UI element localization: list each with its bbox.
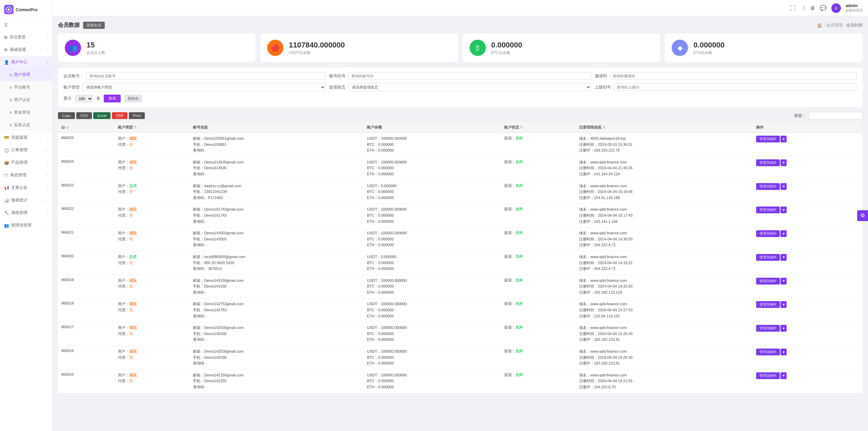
admin-action-dropdown[interactable]: ▼ <box>781 207 787 213</box>
cell-id: 866020 <box>58 251 115 275</box>
admin-action-dropdown[interactable]: ▼ <box>781 325 787 332</box>
sidebar-item-label: 平台账号 <box>14 84 30 90</box>
admin-action-dropdown[interactable]: ▼ <box>781 230 787 237</box>
sidebar-item-platform-account[interactable]: ≡ 平台账号 <box>0 81 52 94</box>
sidebar-item-label: 基础设置 <box>10 47 26 53</box>
sidebar-item-user-center[interactable]: 👤 用户中心 ∨ <box>0 56 52 68</box>
admin-action-dropdown[interactable]: ▼ <box>781 183 787 190</box>
show-count-select[interactable]: 100 50 25 <box>75 95 93 102</box>
theme-icon[interactable]: ☽ <box>800 5 805 11</box>
col-id: ID ⇅ <box>58 122 115 133</box>
table-search-input[interactable] <box>808 112 863 119</box>
cell-action: 管理员操作 ▼ <box>753 369 863 393</box>
cell-action: 管理员操作 ▼ <box>753 251 863 275</box>
user-management-icon: ≡ <box>9 73 12 77</box>
message-icon[interactable]: 💬 <box>820 5 827 11</box>
sort-icon[interactable]: ⇅ <box>134 125 137 129</box>
sidebar-item-basic-settings[interactable]: ⚙ 基础设置 › <box>0 43 52 56</box>
cell-id: 866019 <box>58 275 115 298</box>
monitor-icon[interactable]: 🖥 <box>810 5 815 11</box>
print-button[interactable]: Print <box>129 112 145 119</box>
cell-balance: USDT：100000.000000 BTC：0.000000 ETH：0.00… <box>363 133 501 157</box>
sidebar-item-product-manage[interactable]: 📦 产品管理 › <box>0 156 52 169</box>
cell-account-type: 用户：试玩 代理：否 <box>115 275 190 298</box>
eth-icon: ◆ <box>672 40 688 56</box>
superior-id-input[interactable] <box>614 83 857 91</box>
sidebar-item-real-name[interactable]: ≡ 实名认证 <box>0 119 52 131</box>
add-member-button[interactable]: 添加会员 <box>83 22 105 29</box>
stat-info-members: 15 会员总人数 <box>86 41 105 55</box>
admin-action-dropdown[interactable]: ▼ <box>781 136 787 142</box>
admin-action-dropdown[interactable]: ▼ <box>781 278 787 285</box>
logo-icon <box>4 5 14 14</box>
sidebar-item-announcement[interactable]: 📢 文章公告 › <box>0 181 52 194</box>
menu-toggle[interactable]: ☰ <box>0 19 52 31</box>
account-id-input[interactable] <box>348 72 592 80</box>
copy-button[interactable]: Copy <box>58 112 75 119</box>
cell-reg-login: 域名：www.qdd-finance.com 注册时间：2024-04-04 1… <box>576 322 753 346</box>
sort-icon[interactable]: ⇅ <box>603 125 605 129</box>
withdraw-status-select[interactable]: 请选择提现状态 <box>348 83 592 91</box>
sidebar-item-fund-movement[interactable]: ≡ 资金变动 <box>0 106 52 119</box>
admin-action-dropdown[interactable]: ▼ <box>781 159 787 166</box>
sidebar-item-user-auth[interactable]: ≡ 用户认证 <box>0 94 52 106</box>
sidebar-item-user-management[interactable]: ≡ 用户管理 <box>0 68 52 81</box>
breadcrumb-home-icon[interactable]: 🏠 <box>817 23 822 28</box>
btc-value: 0.000000 <box>491 41 522 50</box>
admin-action-dropdown[interactable]: ▼ <box>781 349 787 355</box>
admin-action-button[interactable]: 管理员操作 <box>756 349 780 355</box>
sidebar-item-order-manage[interactable]: 📋 订单管理 › <box>0 144 52 156</box>
query-button[interactable]: 查询 <box>104 95 121 102</box>
cell-account-type: 用户：正式 代理：否 <box>115 251 190 275</box>
order-icon: 📋 <box>4 148 9 153</box>
admin-action-button[interactable]: 管理员操作 <box>756 301 780 308</box>
admin-action-button[interactable]: 管理员操作 <box>756 372 780 379</box>
admin-action-button[interactable]: 管理员操作 <box>756 136 780 142</box>
invite-code-label: 邀请码 <box>595 73 607 79</box>
float-settings-button[interactable]: ⚙ <box>857 210 868 221</box>
col-reg-login-info: 注册登陆信息 ⇅ <box>576 122 753 133</box>
admin-action-button[interactable]: 管理员操作 <box>756 325 780 332</box>
sidebar-item-recharge[interactable]: 💳 充提提现 › <box>0 131 52 144</box>
admin-action-dropdown[interactable]: ▼ <box>781 254 787 261</box>
sort-icon[interactable]: ⇅ <box>66 126 69 130</box>
excel-button[interactable]: Excel <box>93 112 111 119</box>
sidebar-item-dashboard[interactable]: ⊞ 后台首页 › <box>0 31 52 43</box>
csv-button[interactable]: CSV <box>76 112 92 119</box>
sort-icon[interactable]: ⇅ <box>520 125 523 129</box>
account-type-select[interactable]: 请选择账户类型 <box>82 83 326 91</box>
breadcrumb-member-manage[interactable]: 会员管理 <box>826 22 843 28</box>
sidebar-item-risk-control[interactable]: 🛡 风控管理 › <box>0 169 52 181</box>
sidebar-item-system-manage[interactable]: 🔧 系统管理 › <box>0 207 52 219</box>
members-icon: 👥 <box>65 40 81 56</box>
cell-status: 提现：允许 <box>501 133 576 157</box>
table-row: 866021 用户：试玩 代理：否 邮箱：Demo143503gmail.com… <box>58 228 863 251</box>
admin-action-button[interactable]: 管理员操作 <box>756 183 780 190</box>
table-row: 866015 用户：试玩 代理：否 邮箱：Demo142155gmail.com… <box>58 369 863 393</box>
cell-status: 提现：允许 <box>501 322 576 346</box>
admin-action-dropdown[interactable]: ▼ <box>781 301 787 308</box>
sidebar-item-label: 用户中心 <box>11 59 27 65</box>
pdf-button[interactable]: PDF <box>112 112 127 119</box>
admin-action-dropdown[interactable]: ▼ <box>781 372 787 379</box>
sidebar-item-label: 风控管理 <box>10 172 26 178</box>
admin-action-button[interactable]: 管理员操作 <box>756 278 780 285</box>
sidebar-item-report-stats[interactable]: 📊 报表统计 › <box>0 194 52 207</box>
fullscreen-icon[interactable]: ⛶ <box>790 5 795 11</box>
admin-action-button[interactable]: 管理员操作 <box>756 230 780 237</box>
cell-id: 866015 <box>58 369 115 393</box>
sidebar-item-admin-manage[interactable]: 👥 管理员管理 › <box>0 219 52 232</box>
invite-code-input[interactable] <box>610 72 857 80</box>
table-body: 866025 用户：试玩 代理：否 邮箱：Demo193651gmail.com… <box>58 133 863 393</box>
breadcrumb-member-list: 会员列表 <box>846 22 863 28</box>
account-id-label: 账号ID号 <box>329 73 346 79</box>
admin-action-button[interactable]: 管理员操作 <box>756 254 780 261</box>
member-account-input[interactable] <box>86 72 326 80</box>
admin-action-button[interactable]: 管理员操作 <box>756 159 780 166</box>
admin-action-button[interactable]: 管理员操作 <box>756 207 780 213</box>
stats-icon: 📊 <box>4 198 9 203</box>
cell-id: 866016 <box>58 346 115 370</box>
filter-account-type: 账户类型 请选择账户类型 <box>63 83 326 91</box>
cell-account-type: 用户：试玩 代理：否 <box>115 369 190 393</box>
reset-button[interactable]: 初始化 <box>124 95 142 102</box>
